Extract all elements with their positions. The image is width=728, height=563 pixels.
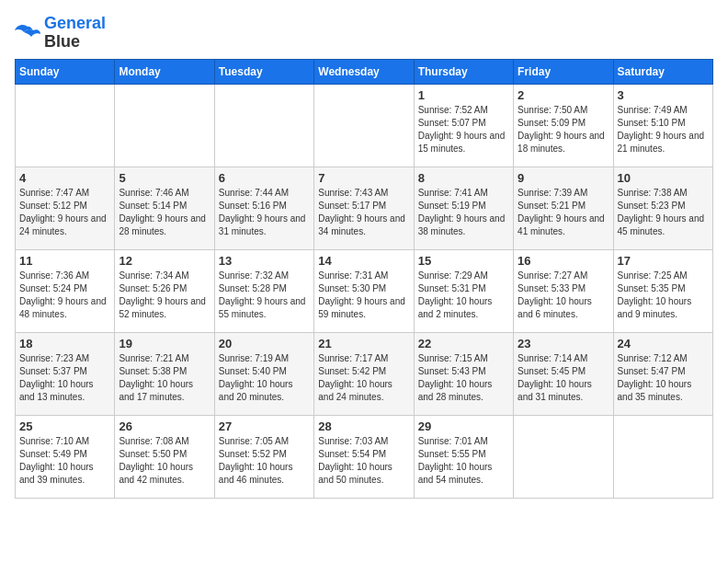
day-detail: Sunrise: 7:25 AMSunset: 5:35 PMDaylight:… bbox=[618, 270, 709, 321]
day-detail: Sunrise: 7:14 AMSunset: 5:45 PMDaylight:… bbox=[518, 352, 609, 404]
day-detail: Sunrise: 7:36 AMSunset: 5:24 PMDaylight:… bbox=[19, 270, 110, 321]
day-detail: Sunrise: 7:50 AMSunset: 5:09 PMDaylight:… bbox=[518, 104, 609, 155]
calendar-cell bbox=[16, 84, 115, 167]
day-detail: Sunrise: 7:15 AMSunset: 5:43 PMDaylight:… bbox=[418, 352, 509, 404]
day-detail: Sunrise: 7:19 AMSunset: 5:40 PMDaylight:… bbox=[219, 352, 310, 404]
day-number: 12 bbox=[119, 254, 210, 268]
calendar-cell bbox=[514, 415, 613, 498]
calendar-cell: 22Sunrise: 7:15 AMSunset: 5:43 PMDayligh… bbox=[414, 332, 513, 415]
day-number: 8 bbox=[418, 171, 509, 185]
calendar-cell: 10Sunrise: 7:38 AMSunset: 5:23 PMDayligh… bbox=[613, 167, 712, 249]
logo-icon bbox=[15, 23, 40, 43]
calendar-cell: 8Sunrise: 7:41 AMSunset: 5:19 PMDaylight… bbox=[414, 167, 513, 249]
calendar-cell: 4Sunrise: 7:47 AMSunset: 5:12 PMDaylight… bbox=[16, 167, 115, 249]
day-header-friday: Friday bbox=[514, 59, 613, 84]
calendar-cell: 29Sunrise: 7:01 AMSunset: 5:55 PMDayligh… bbox=[414, 415, 513, 498]
day-number: 11 bbox=[19, 254, 110, 268]
day-detail: Sunrise: 7:49 AMSunset: 5:10 PMDaylight:… bbox=[618, 104, 709, 155]
day-detail: Sunrise: 7:34 AMSunset: 5:26 PMDaylight:… bbox=[119, 270, 210, 321]
day-detail: Sunrise: 7:08 AMSunset: 5:50 PMDaylight:… bbox=[119, 435, 210, 487]
calendar-cell: 27Sunrise: 7:05 AMSunset: 5:52 PMDayligh… bbox=[214, 415, 313, 498]
calendar-cell: 26Sunrise: 7:08 AMSunset: 5:50 PMDayligh… bbox=[115, 415, 214, 498]
day-number: 10 bbox=[618, 171, 709, 185]
day-detail: Sunrise: 7:43 AMSunset: 5:17 PMDaylight:… bbox=[318, 187, 409, 238]
day-detail: Sunrise: 7:03 AMSunset: 5:54 PMDaylight:… bbox=[318, 435, 409, 487]
calendar-week-1: 4Sunrise: 7:47 AMSunset: 5:12 PMDaylight… bbox=[16, 167, 713, 249]
day-number: 1 bbox=[418, 88, 509, 102]
calendar-cell bbox=[115, 84, 214, 167]
day-detail: Sunrise: 7:23 AMSunset: 5:37 PMDaylight:… bbox=[19, 352, 110, 404]
day-header-monday: Monday bbox=[115, 59, 214, 84]
calendar-cell bbox=[613, 415, 712, 498]
day-detail: Sunrise: 7:21 AMSunset: 5:38 PMDaylight:… bbox=[119, 352, 210, 404]
calendar-cell: 16Sunrise: 7:27 AMSunset: 5:33 PMDayligh… bbox=[514, 249, 613, 332]
day-detail: Sunrise: 7:39 AMSunset: 5:21 PMDaylight:… bbox=[518, 187, 609, 238]
calendar-table: SundayMondayTuesdayWednesdayThursdayFrid… bbox=[15, 59, 713, 499]
day-number: 17 bbox=[618, 254, 709, 268]
calendar-cell: 1Sunrise: 7:52 AMSunset: 5:07 PMDaylight… bbox=[414, 84, 513, 167]
day-number: 24 bbox=[618, 337, 709, 350]
day-number: 19 bbox=[119, 337, 210, 350]
day-detail: Sunrise: 7:27 AMSunset: 5:33 PMDaylight:… bbox=[518, 270, 609, 321]
day-number: 15 bbox=[418, 254, 509, 268]
calendar-cell: 25Sunrise: 7:10 AMSunset: 5:49 PMDayligh… bbox=[16, 415, 115, 498]
day-detail: Sunrise: 7:44 AMSunset: 5:16 PMDaylight:… bbox=[219, 187, 310, 238]
day-header-wednesday: Wednesday bbox=[314, 59, 414, 84]
day-detail: Sunrise: 7:12 AMSunset: 5:47 PMDaylight:… bbox=[618, 352, 709, 404]
day-number: 3 bbox=[618, 88, 709, 102]
day-detail: Sunrise: 7:38 AMSunset: 5:23 PMDaylight:… bbox=[618, 187, 709, 238]
calendar-cell: 5Sunrise: 7:46 AMSunset: 5:14 PMDaylight… bbox=[115, 167, 214, 249]
day-number: 14 bbox=[318, 254, 409, 268]
day-number: 6 bbox=[219, 171, 310, 185]
day-number: 23 bbox=[518, 337, 609, 350]
day-number: 25 bbox=[19, 419, 110, 433]
day-number: 16 bbox=[518, 254, 609, 268]
calendar-cell: 13Sunrise: 7:32 AMSunset: 5:28 PMDayligh… bbox=[214, 249, 313, 332]
day-detail: Sunrise: 7:10 AMSunset: 5:49 PMDaylight:… bbox=[19, 435, 110, 487]
day-number: 20 bbox=[219, 337, 310, 350]
calendar-cell bbox=[314, 84, 414, 167]
day-number: 27 bbox=[219, 419, 310, 433]
calendar-week-3: 18Sunrise: 7:23 AMSunset: 5:37 PMDayligh… bbox=[16, 332, 713, 415]
day-number: 21 bbox=[318, 337, 409, 350]
day-number: 2 bbox=[518, 88, 609, 102]
calendar-cell: 21Sunrise: 7:17 AMSunset: 5:42 PMDayligh… bbox=[314, 332, 414, 415]
calendar-cell: 3Sunrise: 7:49 AMSunset: 5:10 PMDaylight… bbox=[613, 84, 712, 167]
calendar-cell: 12Sunrise: 7:34 AMSunset: 5:26 PMDayligh… bbox=[115, 249, 214, 332]
calendar-cell: 9Sunrise: 7:39 AMSunset: 5:21 PMDaylight… bbox=[514, 167, 613, 249]
logo: GeneralBlue bbox=[15, 15, 106, 52]
day-detail: Sunrise: 7:32 AMSunset: 5:28 PMDaylight:… bbox=[219, 270, 310, 321]
day-detail: Sunrise: 7:05 AMSunset: 5:52 PMDaylight:… bbox=[219, 435, 310, 487]
day-detail: Sunrise: 7:52 AMSunset: 5:07 PMDaylight:… bbox=[418, 104, 509, 155]
calendar-cell: 7Sunrise: 7:43 AMSunset: 5:17 PMDaylight… bbox=[314, 167, 414, 249]
day-detail: Sunrise: 7:17 AMSunset: 5:42 PMDaylight:… bbox=[318, 352, 409, 404]
day-detail: Sunrise: 7:46 AMSunset: 5:14 PMDaylight:… bbox=[119, 187, 210, 238]
day-number: 7 bbox=[318, 171, 409, 185]
calendar-header: SundayMondayTuesdayWednesdayThursdayFrid… bbox=[16, 59, 713, 84]
day-detail: Sunrise: 7:41 AMSunset: 5:19 PMDaylight:… bbox=[418, 187, 509, 238]
day-detail: Sunrise: 7:01 AMSunset: 5:55 PMDaylight:… bbox=[418, 435, 509, 487]
day-detail: Sunrise: 7:29 AMSunset: 5:31 PMDaylight:… bbox=[418, 270, 509, 321]
day-number: 22 bbox=[418, 337, 509, 350]
calendar-week-0: 1Sunrise: 7:52 AMSunset: 5:07 PMDaylight… bbox=[16, 84, 713, 167]
day-number: 29 bbox=[418, 419, 509, 433]
calendar-cell: 24Sunrise: 7:12 AMSunset: 5:47 PMDayligh… bbox=[613, 332, 712, 415]
calendar-cell: 20Sunrise: 7:19 AMSunset: 5:40 PMDayligh… bbox=[214, 332, 313, 415]
day-number: 4 bbox=[19, 171, 110, 185]
day-detail: Sunrise: 7:31 AMSunset: 5:30 PMDaylight:… bbox=[318, 270, 409, 321]
day-number: 13 bbox=[219, 254, 310, 268]
calendar-cell bbox=[214, 84, 313, 167]
day-number: 9 bbox=[518, 171, 609, 185]
day-number: 18 bbox=[19, 337, 110, 350]
calendar-cell: 2Sunrise: 7:50 AMSunset: 5:09 PMDaylight… bbox=[514, 84, 613, 167]
calendar-cell: 28Sunrise: 7:03 AMSunset: 5:54 PMDayligh… bbox=[314, 415, 414, 498]
calendar-cell: 11Sunrise: 7:36 AMSunset: 5:24 PMDayligh… bbox=[16, 249, 115, 332]
day-number: 5 bbox=[119, 171, 210, 185]
day-detail: Sunrise: 7:47 AMSunset: 5:12 PMDaylight:… bbox=[19, 187, 110, 238]
calendar-week-2: 11Sunrise: 7:36 AMSunset: 5:24 PMDayligh… bbox=[16, 249, 713, 332]
day-header-thursday: Thursday bbox=[414, 59, 513, 84]
calendar-cell: 23Sunrise: 7:14 AMSunset: 5:45 PMDayligh… bbox=[514, 332, 613, 415]
logo-text: GeneralBlue bbox=[44, 15, 106, 52]
calendar-week-4: 25Sunrise: 7:10 AMSunset: 5:49 PMDayligh… bbox=[16, 415, 713, 498]
day-header-sunday: Sunday bbox=[16, 59, 115, 84]
